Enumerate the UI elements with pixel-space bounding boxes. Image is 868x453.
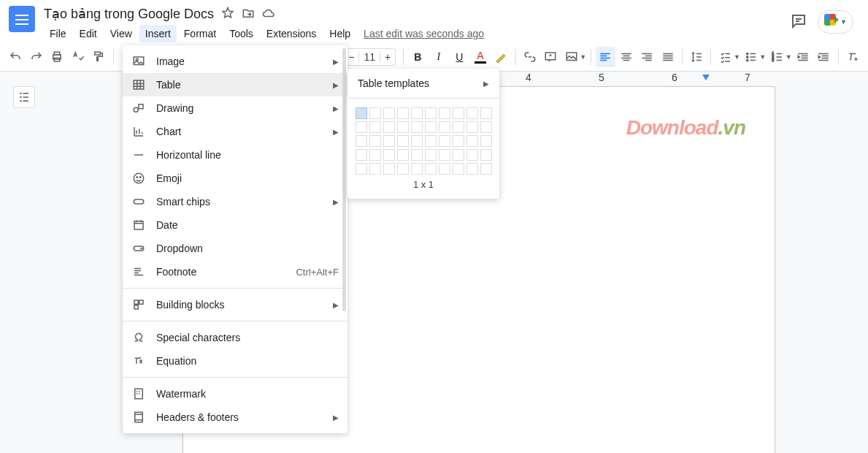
menu-tools[interactable]: Tools <box>223 25 259 42</box>
menu-item-table[interactable]: Table ▶ <box>123 73 347 96</box>
star-icon[interactable] <box>221 7 234 22</box>
undo-button[interactable] <box>6 47 26 67</box>
comments-icon[interactable] <box>790 12 807 32</box>
table-grid-cell[interactable] <box>356 121 367 133</box>
scrollbar[interactable] <box>342 48 346 355</box>
insert-link-button[interactable] <box>521 47 540 67</box>
table-grid-cell[interactable] <box>397 121 409 133</box>
table-grid-cell[interactable] <box>369 107 381 119</box>
table-grid-cell[interactable] <box>439 163 450 175</box>
table-grid-cell[interactable] <box>466 163 478 175</box>
table-grid-cell[interactable] <box>411 107 423 119</box>
italic-button[interactable]: I <box>429 47 449 67</box>
menu-item-smart-chips[interactable]: Smart chips ▶ <box>123 190 347 213</box>
menu-item-dropdown[interactable]: Dropdown <box>123 237 347 260</box>
docs-logo[interactable] <box>9 6 35 32</box>
table-grid-cell[interactable] <box>397 107 409 119</box>
table-grid-cell[interactable] <box>411 135 423 147</box>
table-grid-cell[interactable] <box>453 163 464 175</box>
menu-item-horizontal-line[interactable]: Horizontal line <box>123 143 347 167</box>
menu-extensions[interactable]: Extensions <box>261 25 322 42</box>
align-left-button[interactable] <box>596 47 615 67</box>
ruler-indent-marker[interactable] <box>702 75 710 84</box>
table-grid-cell[interactable] <box>383 149 395 161</box>
last-edit-link[interactable]: Last edit was seconds ago <box>364 28 484 39</box>
table-grid-cell[interactable] <box>383 135 395 147</box>
table-grid-cell[interactable] <box>383 121 395 133</box>
table-grid-cell[interactable] <box>466 135 478 147</box>
menu-item-footnote[interactable]: Footnote Ctrl+Alt+F <box>123 260 347 283</box>
table-grid-cell[interactable] <box>480 121 492 133</box>
menu-item-equation[interactable]: Equation <box>123 349 347 373</box>
text-color-button[interactable]: A <box>471 47 491 67</box>
menu-item-drawing[interactable]: Drawing ▶ <box>123 96 347 120</box>
table-grid-cell[interactable] <box>397 149 409 161</box>
menu-view[interactable]: View <box>104 25 138 42</box>
move-icon[interactable] <box>242 7 255 22</box>
table-grid-cell[interactable] <box>453 107 464 119</box>
decrease-indent-button[interactable] <box>794 47 813 67</box>
menu-item-headers-footers[interactable]: Headers & footers ▶ <box>123 406 347 429</box>
menu-item-special-characters[interactable]: Special characters <box>123 326 347 349</box>
table-grid-cell[interactable] <box>466 149 478 161</box>
table-grid-cell[interactable] <box>356 107 367 119</box>
font-size-control[interactable]: − 11 + <box>343 48 396 66</box>
table-grid-cell[interactable] <box>356 163 367 175</box>
redo-button[interactable] <box>27 47 47 67</box>
table-grid-cell[interactable] <box>425 135 437 147</box>
table-grid-cell[interactable] <box>466 121 478 133</box>
menu-file[interactable]: File <box>44 25 72 42</box>
table-grid-cell[interactable] <box>453 135 464 147</box>
table-grid-cell[interactable] <box>425 107 437 119</box>
table-grid-cell[interactable] <box>425 163 437 175</box>
table-grid-cell[interactable] <box>480 149 492 161</box>
menu-item-building-blocks[interactable]: Building blocks ▶ <box>123 293 347 316</box>
menu-edit[interactable]: Edit <box>74 25 103 42</box>
bulleted-list-button[interactable] <box>742 47 761 67</box>
table-grid-cell[interactable] <box>425 121 437 133</box>
align-right-button[interactable] <box>637 47 657 67</box>
highlight-button[interactable] <box>491 47 511 67</box>
table-grid-cell[interactable] <box>439 121 450 133</box>
table-grid-cell[interactable] <box>480 135 492 147</box>
cloud-icon[interactable] <box>262 7 275 22</box>
table-size-picker[interactable]: 1 x 1 <box>347 99 499 199</box>
table-grid-cell[interactable] <box>397 135 409 147</box>
table-grid-cell[interactable] <box>480 163 492 175</box>
menu-format[interactable]: Format <box>178 25 222 42</box>
table-grid-cell[interactable] <box>439 135 450 147</box>
menu-item-date[interactable]: Date <box>123 213 347 237</box>
menu-item-image[interactable]: Image ▶ <box>123 50 347 73</box>
table-grid-cell[interactable] <box>411 149 423 161</box>
align-justify-button[interactable] <box>658 47 678 67</box>
menu-item-chart[interactable]: Chart ▶ <box>123 120 347 143</box>
table-grid-cell[interactable] <box>411 121 423 133</box>
insert-comment-button[interactable] <box>541 47 561 67</box>
table-grid-cell[interactable] <box>453 121 464 133</box>
table-grid-cell[interactable] <box>369 149 381 161</box>
paint-format-button[interactable] <box>89 47 109 67</box>
table-grid-cell[interactable] <box>356 135 367 147</box>
line-spacing-button[interactable] <box>687 47 707 67</box>
table-grid-cell[interactable] <box>439 107 450 119</box>
increase-indent-button[interactable] <box>814 47 834 67</box>
table-grid-cell[interactable] <box>369 121 381 133</box>
table-grid-cell[interactable] <box>383 107 395 119</box>
menu-insert[interactable]: Insert <box>139 25 177 42</box>
document-title[interactable]: Tạo bảng trong Google Docs <box>44 6 214 22</box>
table-grid-cell[interactable] <box>439 149 450 161</box>
outline-toggle-button[interactable] <box>13 86 35 108</box>
table-grid-cell[interactable] <box>356 149 367 161</box>
font-size-plus[interactable]: + <box>380 51 395 63</box>
table-grid-cell[interactable] <box>480 107 492 119</box>
table-grid-cell[interactable] <box>411 163 423 175</box>
clear-formatting-button[interactable] <box>843 47 863 67</box>
table-grid-cell[interactable] <box>453 149 464 161</box>
meet-button[interactable]: ▼ <box>818 10 853 34</box>
insert-image-button[interactable] <box>562 47 582 67</box>
table-grid-cell[interactable] <box>383 163 395 175</box>
checklist-button[interactable] <box>715 47 735 67</box>
menu-item-emoji[interactable]: Emoji <box>123 167 347 190</box>
table-grid-cell[interactable] <box>425 149 437 161</box>
underline-button[interactable]: U <box>450 47 469 67</box>
